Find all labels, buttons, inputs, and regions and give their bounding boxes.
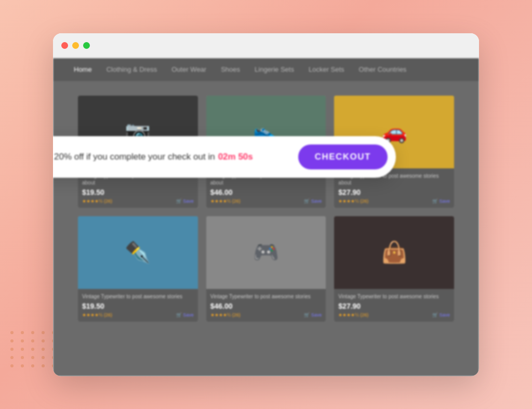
- browser-titlebar: [53, 33, 479, 58]
- product-price: $27.90: [338, 188, 450, 196]
- product-image: 👜: [334, 216, 454, 289]
- product-item[interactable]: ✒️ Vintage Typewriter to post awesome st…: [78, 216, 198, 322]
- nav-item-clothing[interactable]: Clothing & Dress: [107, 65, 157, 73]
- product-image: ✒️: [78, 216, 198, 289]
- product-title: Vintage Typewriter to post awesome stori…: [338, 293, 450, 300]
- maximize-button[interactable]: [83, 42, 90, 49]
- ecommerce-nav: Home Clothing & Dress Outer Wear Shoes L…: [53, 58, 479, 81]
- add-to-cart-button[interactable]: 🛒 Save: [304, 312, 322, 318]
- add-to-cart-button[interactable]: 🛒 Save: [176, 312, 194, 318]
- nav-item-home[interactable]: Home: [74, 65, 92, 73]
- product-item[interactable]: 🎮 Vintage Typewriter to post awesome sto…: [206, 216, 326, 322]
- product-image: 🎮: [206, 216, 326, 289]
- notification-timer: 02m 50s: [218, 152, 253, 162]
- notification-banner: 🎁 20% off if you complete your check out…: [53, 136, 396, 178]
- notification-message-prefix: 20% off if you complete your check out i…: [54, 152, 215, 162]
- minimize-button[interactable]: [72, 42, 79, 49]
- product-price: $27.90: [338, 302, 450, 310]
- ecommerce-background: Home Clothing & Dress Outer Wear Shoes L…: [53, 58, 479, 376]
- nav-item-lingerie[interactable]: Lingerie Sets: [255, 65, 294, 73]
- product-title: Vintage Typewriter to post awesome stori…: [82, 293, 194, 300]
- product-rating: ★★★★½ (26): [338, 312, 368, 318]
- nav-item-shoes[interactable]: Shoes: [221, 65, 240, 73]
- product-price: $46.00: [210, 302, 322, 310]
- add-to-cart-button[interactable]: 🛒 Save: [304, 199, 322, 204]
- nav-item-outer[interactable]: Outer Wear: [171, 65, 206, 73]
- product-price: $46.00: [210, 188, 322, 196]
- product-price: $19.50: [82, 188, 194, 196]
- add-to-cart-button[interactable]: 🛒 Save: [176, 199, 194, 204]
- product-rating: ★★★★½ (26): [210, 312, 241, 318]
- product-price: $19.50: [82, 302, 194, 310]
- product-rating: ★★★★½ (26): [82, 199, 112, 204]
- product-grid: 📷 Vintage Typewriter to post awesome sto…: [53, 81, 479, 336]
- product-rating: ★★★★½ (26): [82, 312, 112, 318]
- dot-pattern: [10, 331, 57, 367]
- checkout-button[interactable]: CHECKOUT: [298, 144, 388, 169]
- product-item[interactable]: 👜 Vintage Typewriter to post awesome sto…: [334, 216, 454, 322]
- browser-window: Home Clothing & Dress Outer Wear Shoes L…: [53, 33, 479, 376]
- add-to-cart-button[interactable]: 🛒 Save: [432, 199, 450, 204]
- nav-item-other[interactable]: Other Countries: [359, 65, 407, 73]
- product-rating: ★★★★½ (26): [338, 199, 368, 204]
- add-to-cart-button[interactable]: 🛒 Save: [432, 312, 450, 318]
- notification-message: 20% off if you complete your check out i…: [54, 152, 291, 162]
- nav-item-locker[interactable]: Locker Sets: [309, 65, 344, 73]
- close-button[interactable]: [61, 42, 68, 49]
- product-rating: ★★★★½ (26): [210, 199, 241, 204]
- product-title: Vintage Typewriter to post awesome stori…: [210, 293, 322, 300]
